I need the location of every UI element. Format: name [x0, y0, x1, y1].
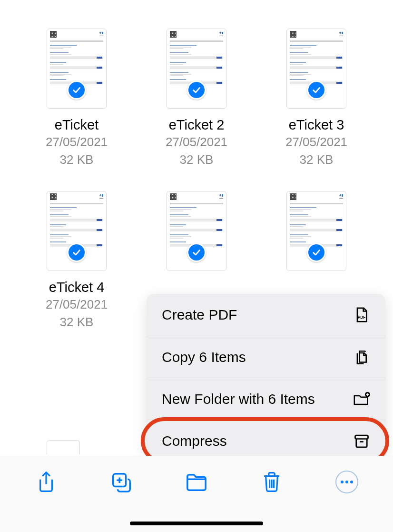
duplicate-icon — [110, 471, 132, 493]
selected-check-icon — [67, 243, 86, 262]
file-grid: ✈︎▮▬▬ eTicket 27/05/2021 32 KB ✈︎▮▬▬ — [0, 0, 393, 339]
file-thumbnail: ✈︎▮▬▬ — [167, 191, 226, 271]
file-name: eTicket 3 — [289, 117, 344, 133]
file-size: 32 KB — [180, 152, 214, 167]
file-thumbnail: ✈︎▮▬▬ — [47, 191, 107, 271]
menu-label: Create PDF — [162, 307, 237, 323]
file-name: eTicket 4 — [49, 280, 105, 295]
delete-button[interactable] — [257, 468, 286, 496]
file-date: 27/05/2021 — [46, 297, 108, 312]
copy-docs-icon — [353, 349, 370, 366]
share-button[interactable] — [32, 468, 60, 496]
selected-check-icon — [187, 80, 206, 100]
file-size: 32 KB — [60, 152, 94, 167]
file-size: 32 KB — [300, 152, 334, 167]
pdf-icon: PDF — [353, 306, 370, 323]
menu-compress[interactable]: Compress — [147, 420, 385, 462]
menu-new-folder[interactable]: New Folder with 6 Items — [147, 378, 385, 420]
file-item[interactable]: ✈︎▮▬▬ eTicket 4 27/05/2021 32 KB — [24, 191, 129, 330]
share-icon — [35, 471, 57, 493]
svg-text:PDF: PDF — [358, 315, 366, 320]
file-date: 27/05/2021 — [166, 135, 227, 150]
menu-copy-items[interactable]: Copy 6 Items — [147, 336, 385, 378]
file-thumbnail: ✈︎▮▬▬ — [286, 29, 346, 109]
file-item[interactable]: ✈︎▮▬▬ eTicket 27/05/2021 32 KB — [24, 29, 129, 167]
menu-label: Compress — [162, 433, 227, 449]
file-item-partial — [47, 440, 80, 454]
file-thumbnail: ✈︎▮▬▬ — [167, 29, 226, 109]
menu-label: Copy 6 Items — [162, 349, 246, 365]
file-item[interactable]: ✈︎▮▬▬ eTicket 3 27/05/2021 32 KB — [264, 29, 369, 167]
file-item[interactable]: ✈︎▮▬▬ eTicket 2 27/05/2021 32 KB — [144, 29, 249, 167]
file-name: eTicket 2 — [169, 117, 225, 133]
file-date: 27/05/2021 — [285, 135, 347, 150]
file-date: 27/05/2021 — [46, 135, 108, 150]
selected-check-icon — [187, 243, 206, 262]
home-indicator — [130, 522, 263, 525]
file-size: 32 KB — [60, 315, 94, 330]
selected-check-icon — [67, 80, 86, 100]
menu-create-pdf[interactable]: Create PDF PDF — [147, 294, 385, 336]
selected-check-icon — [307, 80, 326, 100]
context-menu: Create PDF PDF Copy 6 Items New Folder w… — [147, 294, 385, 462]
move-button[interactable] — [182, 468, 211, 496]
svg-rect-2 — [355, 435, 368, 439]
folder-icon — [186, 471, 207, 493]
selected-check-icon — [307, 243, 326, 262]
folder-plus-icon — [353, 391, 370, 408]
more-icon — [335, 471, 358, 493]
file-thumbnail: ✈︎▮▬▬ — [47, 29, 107, 109]
menu-label: New Folder with 6 Items — [162, 391, 315, 407]
duplicate-button[interactable] — [107, 468, 136, 496]
trash-icon — [261, 471, 283, 493]
bottom-toolbar — [0, 456, 393, 532]
file-thumbnail: ✈︎▮▬▬ — [286, 191, 346, 271]
more-button[interactable] — [333, 468, 361, 496]
file-name: eTicket — [55, 117, 98, 133]
archive-icon — [353, 432, 370, 450]
